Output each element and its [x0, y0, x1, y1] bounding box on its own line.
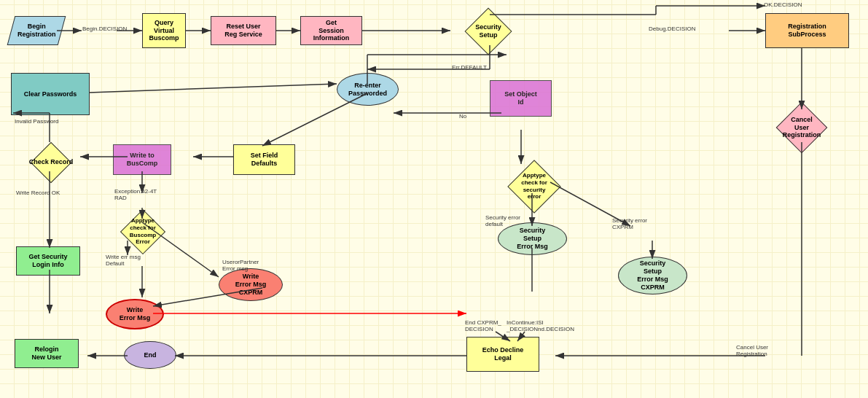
err-default-label: Err.DEFAULT	[452, 64, 487, 71]
end-cxprm-label: End CXPRM_DECISION	[465, 319, 501, 332]
apptype-buscomp-node: Apptypecheck forBuscompError	[108, 208, 178, 255]
write-error-cxprm-node: WriteError MsgCXPRM	[219, 268, 283, 301]
no-label: No	[459, 113, 466, 120]
incontinue-isi-label: InContinue:ISI_DECISIONnd.DECISION	[507, 319, 574, 332]
write-to-buscomp-node: Write toBusComp	[113, 144, 171, 175]
begin-decision-label: Begin.DECISION	[82, 26, 127, 32]
apptype-check-security-node: Apptypecheck forsecurityerror	[498, 159, 571, 214]
security-setup-error-cxprm-node: SecuritySetupError MsgCXPRM	[618, 257, 687, 294]
begin-registration-node: BeginRegistration	[7, 16, 66, 45]
echo-decline-legal-node: Echo DeclineLegal	[466, 337, 539, 372]
query-virtual-node: QueryVirtualBuscomp	[142, 13, 186, 48]
invalid-password-label: Invalid Password	[15, 118, 58, 125]
exception-rad-label: Exception:42-4TRAD	[114, 188, 157, 201]
check-record-node: Check Record	[18, 142, 84, 182]
write-err-default-label: Write err msgDefault	[106, 254, 141, 267]
write-error-msg-node: WriteError Msg	[106, 299, 164, 329]
end-node: End	[124, 341, 176, 369]
relogin-new-user-node: ReloginNew User	[15, 339, 79, 368]
clear-passwords-node: Clear Passwords	[11, 73, 90, 115]
get-security-login-node: Get SecurityLogin Info	[16, 246, 80, 276]
set-field-defaults-node: Set FieldDefaults	[233, 144, 295, 175]
reenter-password-node: Re-enterPassworded	[337, 73, 399, 106]
set-object-id-node: Set ObjectId	[490, 80, 552, 117]
userorpartner-label: UserorPartnerError msg	[222, 259, 259, 272]
ok-decision-label: OK.DECISION	[764, 1, 802, 8]
get-session-node: GetSessionInformation	[300, 16, 362, 45]
registration-subprocess-node: RegistrationSubProcess	[765, 13, 849, 48]
write-record-ok-label: Write Record OK	[16, 190, 60, 196]
debug-decision-label: Debug.DECISION	[649, 26, 695, 32]
reset-user-reg-node: Reset UserReg Service	[211, 16, 276, 45]
diagram-container: BeginRegistration Begin.DECISION QueryVi…	[0, 0, 868, 398]
cancel-user-reg-top-node: CancelUserRegistration	[769, 102, 834, 153]
security-error-cxprm-top-label: Security errorCXPRM	[612, 217, 647, 230]
cancel-user-reg-bottom-label: Cancel UserRegistration	[736, 344, 768, 357]
svg-line-20	[89, 84, 337, 93]
security-setup-node: SecuritySetup	[452, 7, 525, 55]
security-error-default-label: Security errordefault	[485, 214, 520, 227]
